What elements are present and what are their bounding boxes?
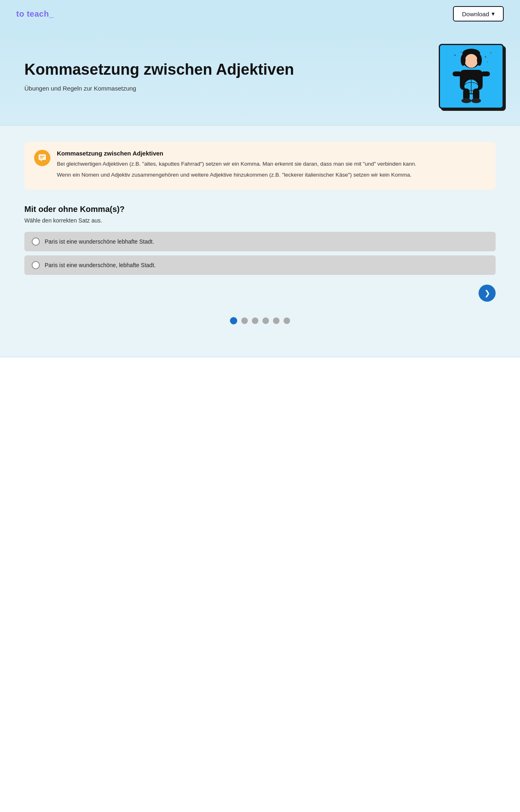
hero-image — [439, 44, 504, 109]
download-button[interactable]: Download ▾ — [453, 6, 504, 22]
svg-point-18 — [462, 98, 471, 103]
radio-2[interactable] — [32, 261, 40, 269]
hero-content: Kommasetzung zwischen Adjektiven Übungen… — [24, 61, 422, 92]
dot-5[interactable] — [273, 317, 280, 324]
question-instruction: Wähle den korrekten Satz aus. — [24, 217, 496, 224]
dot-6[interactable] — [284, 317, 290, 324]
svg-point-9 — [477, 54, 482, 66]
option-2-text: Paris ist eine wunderschöne, lebhafte St… — [45, 262, 156, 268]
svg-rect-20 — [39, 154, 46, 160]
info-box: Kommasetzung zwischen Adjektiven Bei gle… — [24, 142, 496, 190]
dot-4[interactable] — [262, 317, 269, 324]
svg-rect-12 — [481, 71, 490, 76]
svg-rect-23 — [40, 158, 43, 158]
option-1[interactable]: Paris ist eine wunderschöne lebhafte Sta… — [24, 232, 496, 251]
person-illustration — [447, 48, 496, 105]
svg-rect-22 — [40, 156, 45, 157]
next-button[interactable]: ❯ — [479, 285, 496, 302]
svg-point-4 — [487, 62, 488, 63]
info-box-body: Bei gleichwertigen Adjektiven (z.B. "alt… — [57, 160, 486, 179]
info-body-line-1: Bei gleichwertigen Adjektiven (z.B. "alt… — [57, 160, 486, 168]
hero-subtitle: Übungen und Regeln zur Kommasetzung — [24, 85, 422, 92]
info-text: Kommasetzung zwischen Adjektiven Bei gle… — [57, 150, 486, 182]
svg-point-1 — [461, 52, 462, 53]
svg-point-0 — [454, 54, 456, 56]
nav-row: ❯ — [24, 285, 496, 306]
radio-1[interactable] — [32, 238, 40, 246]
info-box-title: Kommasetzung zwischen Adjektiven — [57, 150, 486, 157]
svg-marker-21 — [40, 160, 42, 162]
svg-point-19 — [471, 98, 481, 103]
dot-1[interactable] — [230, 317, 237, 324]
question-title: Mit oder ohne Komma(s)? — [24, 205, 496, 214]
info-icon — [34, 150, 50, 166]
svg-point-7 — [465, 54, 478, 68]
pagination-dots — [24, 317, 496, 333]
info-body-line-2: Wenn ein Nomen und Adjektiv zusammengehö… — [57, 171, 486, 179]
hero-section: Kommasetzung zwischen Adjektiven Übungen… — [0, 28, 520, 125]
quiz-section: Kommasetzung zwischen Adjektiven Bei gle… — [0, 125, 520, 357]
header: to teach_ Download ▾ — [0, 0, 520, 28]
next-arrow-icon: ❯ — [484, 289, 490, 298]
logo: to teach_ — [16, 9, 54, 19]
option-2[interactable]: Paris ist eine wunderschöne, lebhafte St… — [24, 255, 496, 275]
svg-rect-11 — [453, 71, 462, 76]
dot-3[interactable] — [252, 317, 258, 324]
hero-title: Kommasetzung zwischen Adjektiven — [24, 61, 422, 79]
svg-point-8 — [461, 54, 466, 66]
download-label: Download — [462, 11, 489, 17]
dot-2[interactable] — [241, 317, 248, 324]
bottom-area — [0, 357, 520, 812]
svg-point-3 — [490, 52, 492, 54]
option-1-text: Paris ist eine wunderschöne lebhafte Sta… — [45, 238, 154, 245]
download-chevron-icon: ▾ — [492, 10, 495, 17]
rule-icon — [38, 153, 47, 162]
svg-point-2 — [485, 56, 486, 58]
